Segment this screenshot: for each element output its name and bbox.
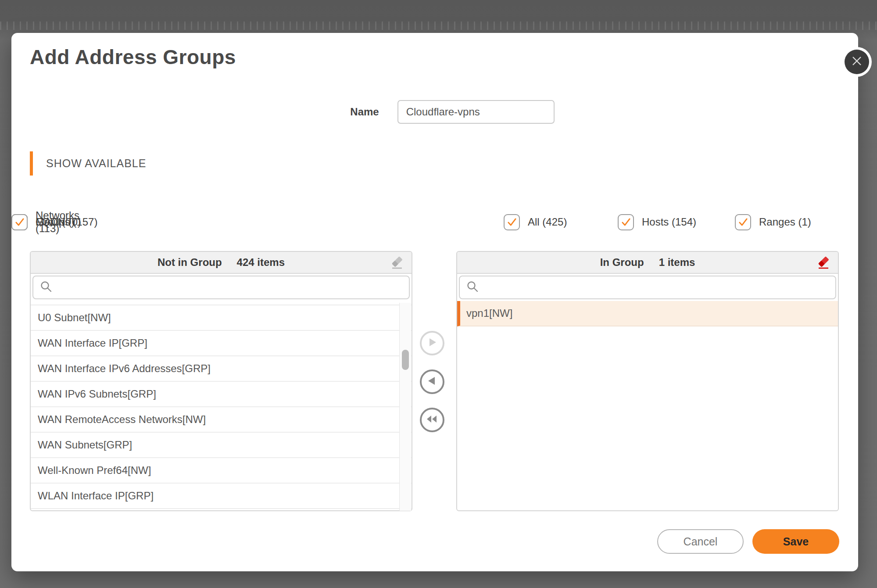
checkbox-checked-icon[interactable] bbox=[504, 214, 520, 230]
list-item[interactable]: Well-Known Pref64[NW] bbox=[31, 458, 412, 484]
close-icon bbox=[851, 55, 863, 68]
filter-label: Ranges (1) bbox=[759, 215, 811, 229]
scrollbar-thumb[interactable] bbox=[402, 350, 409, 370]
cancel-button[interactable]: Cancel bbox=[657, 529, 744, 554]
list-item[interactable]: WAN Interface IP[GRP] bbox=[31, 331, 412, 356]
in-group-header: In Group 1 items bbox=[457, 252, 838, 274]
overlay-texture bbox=[0, 22, 877, 30]
filter-hosts[interactable]: Hosts (154) bbox=[618, 209, 696, 235]
section-accent-bar bbox=[30, 151, 33, 176]
in-group-search bbox=[459, 276, 836, 299]
list-item[interactable]: U0 Subnet[NW] bbox=[31, 305, 412, 331]
filter-label: Groups (157) bbox=[36, 215, 97, 229]
close-button[interactable] bbox=[845, 50, 869, 74]
list-item[interactable]: WAN Subnets[GRP] bbox=[31, 433, 412, 458]
panel-item-count: 1 items bbox=[659, 256, 695, 269]
list-item[interactable]: WAN IPv6 Subnets[GRP] bbox=[31, 382, 412, 407]
not-in-group-search-input[interactable] bbox=[53, 276, 409, 298]
move-all-left-button[interactable] bbox=[420, 408, 444, 432]
move-right-button[interactable] bbox=[420, 331, 444, 355]
in-group-list: vpn1[NW] bbox=[457, 301, 838, 326]
panel-title: Not in Group bbox=[158, 256, 222, 269]
in-group-search-input[interactable] bbox=[479, 276, 835, 298]
list-item[interactable]: WAN Interface IPv6 Addresses[GRP] bbox=[31, 356, 412, 382]
not-in-group-header: Not in Group 424 items bbox=[31, 252, 412, 274]
double-arrow-left-icon bbox=[426, 414, 439, 426]
section-heading-label: SHOW AVAILABLE bbox=[46, 157, 146, 170]
arrow-right-icon bbox=[427, 337, 437, 349]
search-icon bbox=[39, 280, 53, 295]
name-field-row: Name bbox=[11, 100, 858, 124]
filter-ranges[interactable]: Ranges (1) bbox=[735, 209, 811, 235]
filter-groups[interactable]: Groups (157) bbox=[11, 209, 97, 235]
in-group-panel: In Group 1 items bbox=[456, 251, 839, 511]
move-left-button[interactable] bbox=[420, 369, 444, 394]
screen: Add Address Groups Name SHOW AVAILABLE A… bbox=[0, 0, 877, 588]
checkbox-checked-icon[interactable] bbox=[735, 214, 751, 230]
not-in-group-list: U0 Subnet[NW] WAN Interface IP[GRP] WAN … bbox=[31, 301, 412, 509]
checkbox-checked-icon[interactable] bbox=[11, 214, 28, 230]
filter-all[interactable]: All (425) bbox=[504, 209, 567, 235]
scrollbar-track[interactable] bbox=[399, 303, 411, 511]
list-item-selected[interactable]: vpn1[NW] bbox=[457, 301, 838, 326]
list-item[interactable]: WAN RemoteAccess Networks[NW] bbox=[31, 407, 412, 433]
filter-label: Hosts (154) bbox=[642, 215, 696, 229]
save-button[interactable]: Save bbox=[752, 529, 839, 554]
show-available-section: SHOW AVAILABLE bbox=[30, 151, 146, 176]
add-address-groups-dialog: Add Address Groups Name SHOW AVAILABLE A… bbox=[11, 33, 858, 571]
name-input[interactable] bbox=[397, 100, 555, 124]
dialog-title: Add Address Groups bbox=[30, 45, 236, 69]
search-icon bbox=[466, 280, 479, 295]
list-item[interactable]: WLAN Interface IP[GRP] bbox=[31, 484, 412, 509]
not-in-group-panel: Not in Group 424 items bbox=[30, 251, 412, 511]
not-in-group-search bbox=[32, 276, 410, 299]
panel-item-count: 424 items bbox=[237, 256, 285, 269]
checkbox-checked-icon[interactable] bbox=[618, 214, 634, 230]
arrow-left-icon bbox=[427, 376, 437, 388]
panel-title: In Group bbox=[600, 256, 644, 269]
filter-label: All (425) bbox=[528, 215, 567, 229]
clear-selection-eraser-icon[interactable] bbox=[389, 255, 405, 271]
list-clipped-row bbox=[31, 301, 412, 305]
remove-all-eraser-icon[interactable] bbox=[815, 255, 832, 271]
name-label: Name bbox=[350, 106, 379, 118]
